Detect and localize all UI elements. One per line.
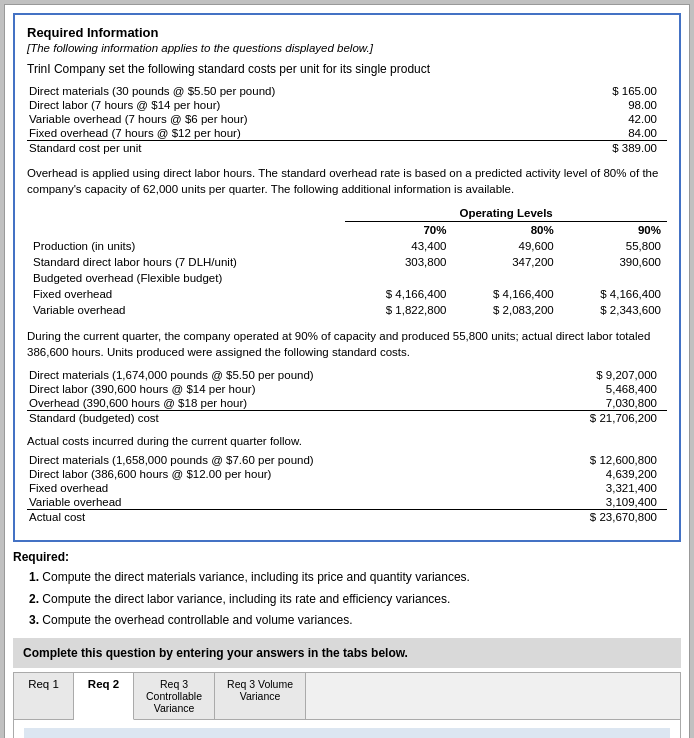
table-row: Fixed overhead 3,321,400 (27, 481, 667, 495)
tabs-row: Req 1 Req 2 Req 3ControllableVariance Re… (14, 673, 680, 720)
required-title: Required: (13, 550, 681, 564)
required-list: 1. Compute the direct materials variance… (29, 568, 681, 630)
operating-levels-table: Operating Levels 70% 80% 90% Production … (27, 205, 667, 318)
cost-label: Overhead (390,600 hours @ $18 per hour) (27, 396, 529, 411)
cost-amount: 7,030,800 (529, 396, 667, 411)
operating-levels-header: Operating Levels (345, 205, 667, 222)
standard-cost-per-unit-table: Direct materials (30 pounds @ $5.50 per … (27, 84, 667, 155)
cell-70: $ 1,822,800 (345, 302, 452, 318)
quarter-note: During the current quarter, the company … (27, 328, 667, 360)
required-info-title: Required Information (27, 25, 667, 40)
table-row: Direct labor (7 hours @ $14 per hour) 98… (27, 98, 667, 112)
cell-80: $ 4,166,400 (452, 286, 559, 302)
row-label: Variable overhead (27, 302, 345, 318)
row-label: Production (in units) (27, 238, 345, 254)
table-row: Direct materials (1,658,000 pounds @ $7.… (27, 453, 667, 467)
cost-label: Direct materials (30 pounds @ $5.50 per … (27, 84, 549, 98)
row-label: Standard direct labor hours (7 DLH/unit) (27, 254, 345, 270)
italic-note: [The following information applies to th… (27, 42, 667, 54)
cost-amount: $ 9,207,000 (529, 368, 667, 382)
tab-req3-volume[interactable]: Req 3 VolumeVariance (215, 673, 306, 719)
req-num: 3. (29, 613, 39, 627)
table-row: Fixed overhead $ 4,166,400 $ 4,166,400 $… (27, 286, 667, 302)
tab-req3-controllable[interactable]: Req 3ControllableVariance (134, 673, 215, 719)
cost-amount: 3,321,400 (529, 481, 667, 495)
table-row: Variable overhead 3,109,400 (27, 495, 667, 510)
required-info-box: Required Information [The following info… (13, 13, 681, 542)
cell-90: $ 4,166,400 (560, 286, 667, 302)
cell-70: 43,400 (345, 238, 452, 254)
col-header (27, 205, 345, 222)
cell-70: $ 4,166,400 (345, 286, 452, 302)
cost-amount: 98.00 (549, 98, 667, 112)
main-container: Required Information [The following info… (4, 4, 690, 738)
cost-amount: 5,468,400 (529, 382, 667, 396)
req-num: 2. (29, 592, 39, 606)
tab-req3-controllable-label: Req 3ControllableVariance (146, 678, 202, 714)
table-row: Direct labor (386,600 hours @ $12.00 per… (27, 467, 667, 481)
table-row: Direct labor (390,600 hours @ $14 per ho… (27, 382, 667, 396)
cost-amount: 3,109,400 (529, 495, 667, 510)
cell-80: 49,600 (452, 238, 559, 254)
table-row: Budgeted overhead (Flexible budget) (27, 270, 667, 286)
cell-70 (345, 270, 452, 286)
tab-content: Compute the overhead volume variances. (… (14, 720, 680, 738)
cost-label: Standard cost per unit (27, 141, 549, 156)
total-row: Standard (budgeted) cost $ 21,706,200 (27, 411, 667, 426)
cost-label: Direct labor (386,600 hours @ $12.00 per… (27, 467, 529, 481)
total-row: Actual cost $ 23,670,800 (27, 510, 667, 525)
table-row: Direct materials (30 pounds @ $5.50 per … (27, 84, 667, 98)
col-90: 90% (560, 222, 667, 239)
tab-req1[interactable]: Req 1 (14, 673, 74, 719)
table-row: Operating Levels (27, 205, 667, 222)
complete-section: Complete this question by entering your … (13, 638, 681, 668)
cell-90: 55,800 (560, 238, 667, 254)
table-row: Production (in units) 43,400 49,600 55,8… (27, 238, 667, 254)
table-row: 70% 80% 90% (27, 222, 667, 239)
cost-label: Direct labor (390,600 hours @ $14 per ho… (27, 382, 529, 396)
tab-req2[interactable]: Req 2 (74, 673, 134, 720)
cost-label: Direct materials (1,658,000 pounds @ $7.… (27, 453, 529, 467)
tab-req3-volume-label: Req 3 VolumeVariance (227, 678, 293, 702)
cost-amount: $ 389.00 (549, 141, 667, 156)
row-label: Fixed overhead (27, 286, 345, 302)
col-80: 80% (452, 222, 559, 239)
cell-80 (452, 270, 559, 286)
req-num: 1. (29, 570, 39, 584)
col-header (27, 222, 345, 239)
cost-amount: 42.00 (549, 112, 667, 126)
cost-amount: $ 21,706,200 (529, 411, 667, 426)
tab-req2-label: Req 2 (88, 678, 119, 690)
cost-label: Standard (budgeted) cost (27, 411, 529, 426)
cell-90: 390,600 (560, 254, 667, 270)
complete-label: Complete this question by entering your … (23, 646, 408, 660)
col-70: 70% (345, 222, 452, 239)
cell-90: $ 2,343,600 (560, 302, 667, 318)
overhead-note: Overhead is applied using direct labor h… (27, 165, 667, 197)
table-row: Variable overhead (7 hours @ $6 per hour… (27, 112, 667, 126)
cost-label: Fixed overhead (27, 481, 529, 495)
table-row: Variable overhead $ 1,822,800 $ 2,083,20… (27, 302, 667, 318)
cost-amount: 84.00 (549, 126, 667, 141)
row-label: Budgeted overhead (Flexible budget) (27, 270, 345, 286)
cell-70: 303,800 (345, 254, 452, 270)
company-intro: TrinI Company set the following standard… (27, 62, 667, 76)
cost-label: Direct labor (7 hours @ $14 per hour) (27, 98, 549, 112)
table-row: Direct materials (1,674,000 pounds @ $5.… (27, 368, 667, 382)
cost-label: Variable overhead (27, 495, 529, 510)
standard-budgeted-cost-table: Direct materials (1,674,000 pounds @ $5.… (27, 368, 667, 425)
cost-amount: 4,639,200 (529, 467, 667, 481)
actual-cost-table: Direct materials (1,658,000 pounds @ $7.… (27, 453, 667, 524)
cost-label: Direct materials (1,674,000 pounds @ $5.… (27, 368, 529, 382)
total-row: Standard cost per unit $ 389.00 (27, 141, 667, 156)
table-row: Overhead (390,600 hours @ $18 per hour) … (27, 396, 667, 411)
tabs-area: Req 1 Req 2 Req 3ControllableVariance Re… (13, 672, 681, 738)
tab-req1-label: Req 1 (28, 678, 59, 690)
cell-80: $ 2,083,200 (452, 302, 559, 318)
list-item: 3. Compute the overhead controllable and… (29, 611, 681, 630)
cost-label: Variable overhead (7 hours @ $6 per hour… (27, 112, 549, 126)
blue-note: Compute the overhead volume variances. (… (24, 728, 670, 738)
cell-80: 347,200 (452, 254, 559, 270)
list-item: 1. Compute the direct materials variance… (29, 568, 681, 587)
table-row: Fixed overhead (7 hours @ $12 per hour) … (27, 126, 667, 141)
